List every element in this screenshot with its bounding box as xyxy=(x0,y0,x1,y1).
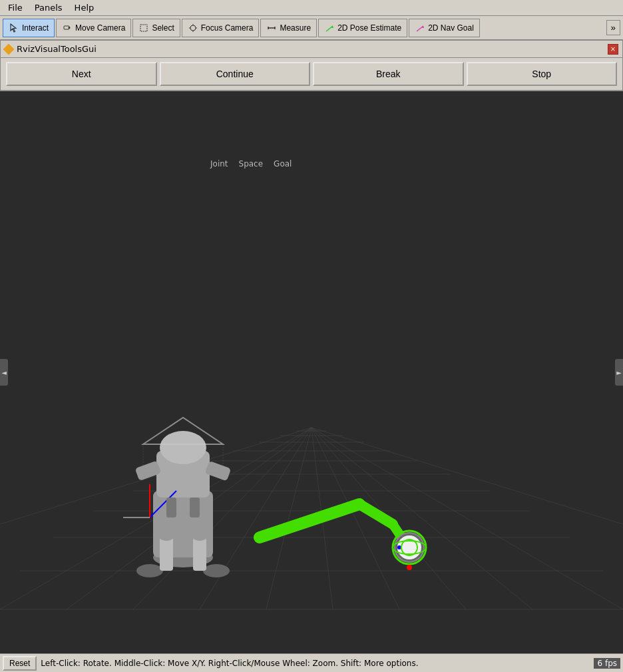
joint-tab[interactable]: Joint xyxy=(206,158,232,170)
focus-icon xyxy=(188,23,198,33)
svg-rect-57 xyxy=(166,498,176,517)
menu-panels[interactable]: Panels xyxy=(29,1,68,14)
toolbar: Interact Move Camera Select xyxy=(0,16,623,40)
3d-viewport[interactable]: Joint Space Goal ◄ ► xyxy=(0,91,623,653)
continue-button[interactable]: Continue xyxy=(160,62,311,86)
menu-help[interactable]: Help xyxy=(69,1,100,14)
control-buttons-row: Next Continue Break Stop xyxy=(1,58,622,91)
status-text: Left-Click: Rotate. Middle-Click: Move X… xyxy=(41,659,591,668)
svg-line-12 xyxy=(326,26,333,31)
panel-title: RvizVisualToolsGui xyxy=(17,44,97,54)
joint-space-goal-label: Joint Space Goal xyxy=(206,158,296,170)
svg-point-43 xyxy=(203,564,230,577)
select-icon xyxy=(138,23,149,33)
svg-point-2 xyxy=(69,27,71,29)
tool-move-camera[interactable]: Move Camera xyxy=(56,19,131,37)
svg-rect-58 xyxy=(190,498,200,517)
move-camera-icon xyxy=(62,23,73,33)
left-panel-toggle[interactable]: ◄ xyxy=(0,359,8,386)
svg-point-47 xyxy=(160,431,206,464)
goal-tab[interactable]: Goal xyxy=(270,158,296,170)
tool-pose-estimate-label: 2D Pose Estimate xyxy=(337,23,401,33)
tool-focus-camera-label: Focus Camera xyxy=(201,23,254,33)
panel-header: RvizVisualToolsGui × xyxy=(1,41,622,58)
grid-svg xyxy=(0,91,623,653)
tool-select-label: Select xyxy=(152,23,174,33)
svg-point-55 xyxy=(160,534,173,541)
svg-rect-54 xyxy=(193,537,206,571)
tool-pose-estimate[interactable]: 2D Pose Estimate xyxy=(318,19,407,37)
fps-display: 6 fps xyxy=(594,658,620,669)
svg-point-42 xyxy=(136,564,163,577)
svg-rect-16 xyxy=(0,91,623,653)
measure-icon xyxy=(266,23,277,33)
toolbar-more-btn[interactable]: » xyxy=(606,20,620,35)
menu-file[interactable]: File xyxy=(3,1,28,14)
cursor-icon xyxy=(9,23,19,33)
svg-marker-0 xyxy=(11,24,16,32)
panel-close-button[interactable]: × xyxy=(608,44,618,55)
svg-rect-3 xyxy=(140,25,147,31)
menubar: File Panels Help xyxy=(0,0,623,16)
nav-goal-icon xyxy=(415,23,425,33)
tool-measure[interactable]: Measure xyxy=(260,19,317,37)
tool-select[interactable]: Select xyxy=(132,19,180,37)
right-panel-toggle[interactable]: ► xyxy=(615,359,623,386)
svg-point-65 xyxy=(407,565,412,570)
tool-interact-label: Interact xyxy=(22,23,49,33)
tool-move-camera-label: Move Camera xyxy=(75,23,125,33)
svg-point-4 xyxy=(190,25,196,31)
statusbar: Reset Left-Click: Rotate. Middle-Click: … xyxy=(0,653,623,672)
space-tab[interactable]: Space xyxy=(235,158,268,170)
svg-rect-53 xyxy=(160,537,173,571)
tool-interact[interactable]: Interact xyxy=(3,19,55,37)
svg-line-14 xyxy=(417,26,423,31)
tool-focus-camera[interactable]: Focus Camera xyxy=(182,19,260,37)
stop-button[interactable]: Stop xyxy=(467,62,618,86)
break-button[interactable]: Break xyxy=(313,62,464,86)
svg-point-56 xyxy=(193,534,206,541)
reset-button[interactable]: Reset xyxy=(3,656,37,671)
tool-measure-label: Measure xyxy=(280,23,311,33)
tool-nav-goal[interactable]: 2D Nav Goal xyxy=(409,19,480,37)
rviz-panel: RvizVisualToolsGui × Next Continue Break… xyxy=(0,40,623,91)
next-button[interactable]: Next xyxy=(6,62,157,86)
panel-title-group: RvizVisualToolsGui xyxy=(5,44,97,54)
pose-estimate-icon xyxy=(324,23,335,33)
diamond-icon xyxy=(3,43,15,55)
tool-nav-goal-label: 2D Nav Goal xyxy=(428,23,474,33)
